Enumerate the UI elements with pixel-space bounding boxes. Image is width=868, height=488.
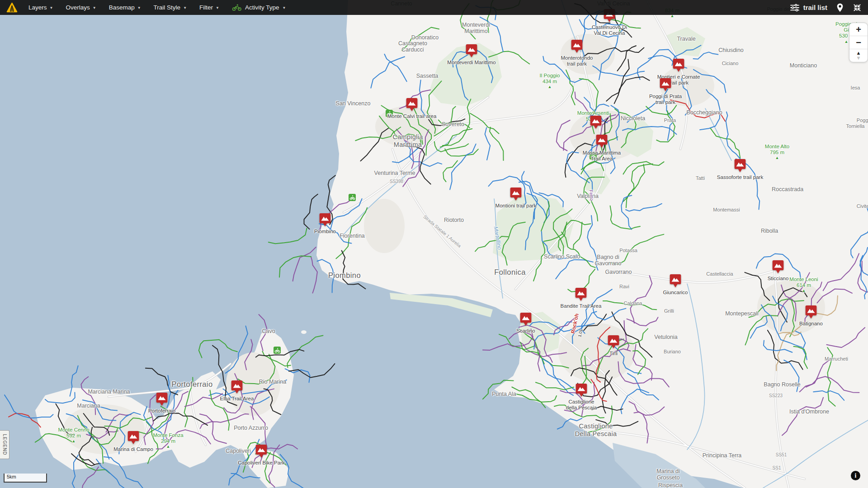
menu-trail-style[interactable]: Trail Style ▼: [154, 4, 187, 11]
sliders-icon: [790, 4, 800, 12]
trail-area-marker[interactable]: [127, 431, 139, 447]
trail-area-marker-label: Monterotondo trail park: [561, 55, 593, 67]
zoom-in-button[interactable]: +: [849, 23, 868, 36]
trail-area-marker[interactable]: [319, 213, 331, 229]
chevron-down-icon: ▼: [50, 6, 53, 10]
trail-area-marker[interactable]: [670, 274, 681, 290]
mountain-pin-icon: [231, 380, 243, 394]
trail-area-marker[interactable]: [255, 444, 267, 460]
trail-area-marker[interactable]: [231, 380, 243, 396]
info-icon: i: [855, 472, 857, 479]
mountain-pin-icon: [608, 335, 619, 349]
bike-park-icon[interactable]: [590, 152, 597, 160]
menu-filter[interactable]: Filter ▼: [199, 4, 219, 11]
scale-bar: 5km: [4, 474, 47, 483]
tilt-down-icon: ▼: [856, 56, 861, 61]
locate-button[interactable]: [836, 3, 844, 12]
trail-area-marker-label: Monte Calvi trail area: [387, 113, 437, 119]
trail-area-marker[interactable]: [156, 392, 168, 408]
trailforks-logo[interactable]: [6, 2, 18, 13]
map-stage: CannetoVal di CecinaPoggio della TraveDo…: [0, 0, 868, 488]
trail-area-marker-label: Scarlino: [516, 328, 535, 334]
bike-park-icon[interactable]: [349, 194, 356, 201]
activity-type-label: Activity Type: [245, 4, 279, 11]
trail-area-marker-label: Poggi di Prata trail park: [649, 94, 682, 105]
chevron-down-icon: ▼: [183, 6, 187, 10]
menu-basemap[interactable]: Basemap ▼: [109, 4, 141, 11]
menu-trail-style-label: Trail Style: [154, 4, 181, 11]
trail-area-marker-label: Batignano: [799, 321, 823, 327]
tilt-button[interactable]: ▲ ▼: [849, 49, 868, 62]
top-menubar: Layers ▼ Overlays ▼ Basemap ▼ Trail Styl…: [0, 0, 868, 15]
trail-area-marker[interactable]: [734, 159, 746, 175]
trail-area-marker[interactable]: [608, 335, 619, 351]
trail-area-marker-label: Monteverdi Marittimo: [447, 60, 495, 66]
info-button[interactable]: i: [851, 471, 860, 480]
trail-area-marker[interactable]: [510, 187, 522, 203]
trail-area-marker-label: Giuncarico: [663, 290, 688, 296]
mountain-pin-icon: [510, 187, 522, 202]
chevron-down-icon: ▼: [137, 6, 141, 10]
mountain-pin-icon: [575, 287, 587, 302]
mountain-pin-icon: [127, 431, 139, 445]
mountain-biker-icon: [232, 4, 242, 11]
chevron-down-icon: ▼: [216, 6, 219, 10]
mountain-pin-icon: [596, 134, 608, 149]
menu-overlays[interactable]: Overlays ▼: [66, 4, 96, 11]
mountain-pin-icon: [734, 159, 746, 173]
trail-area-marker-label: Massa Marittima Trail Area: [583, 150, 621, 162]
mountain-pin-icon: [571, 39, 583, 54]
mountain-pin-icon: [805, 305, 817, 319]
trailforks-logo-icon: [6, 2, 18, 13]
legend-tab[interactable]: LEGEND: [0, 430, 9, 459]
trail-area-marker[interactable]: [520, 312, 532, 328]
trail-area-marker[interactable]: [660, 78, 671, 94]
mountain-pin-icon: [406, 98, 418, 112]
trail-area-marker-label: Elba Trail Area: [220, 396, 254, 402]
zoom-out-button[interactable]: −: [849, 36, 868, 49]
trail-area-marker-label: Montioni trail park: [495, 203, 537, 209]
trail-area-marker[interactable]: [571, 39, 583, 56]
mountain-pin-icon: [590, 115, 602, 130]
menu-layers-label: Layers: [28, 4, 47, 11]
bike-park-icon[interactable]: [386, 110, 393, 117]
trail-list-label: trail list: [803, 4, 827, 11]
scale-bar-label: 5km: [7, 474, 16, 479]
chevron-down-icon: ▼: [93, 6, 96, 10]
activity-type-button[interactable]: Activity Type ▼: [232, 4, 286, 11]
trail-area-marker[interactable]: [805, 305, 817, 321]
mountain-pin-icon: [576, 383, 587, 398]
mountain-pin-icon: [660, 78, 671, 92]
zoom-control: + − ▲ ▼: [849, 23, 868, 62]
trail-area-marker[interactable]: [575, 287, 587, 304]
collapse-button[interactable]: [853, 3, 862, 12]
mountain-pin-icon: [156, 392, 168, 407]
mountain-pin-icon: [255, 444, 267, 459]
trail-area-marker[interactable]: [406, 98, 418, 114]
trail-area-marker[interactable]: [596, 134, 608, 150]
mountain-pin-icon: [673, 58, 684, 73]
mountain-pin-icon: [520, 312, 532, 327]
mountain-pin-icon: [466, 44, 477, 58]
trail-area-marker[interactable]: [576, 383, 587, 399]
mountain-pin-icon: [319, 213, 331, 227]
trail-area-marker[interactable]: [466, 44, 477, 60]
trail-area-marker[interactable]: [590, 115, 602, 131]
mountain-pin-icon: [670, 274, 681, 288]
menu-layers[interactable]: Layers ▼: [28, 4, 53, 11]
trail-area-marker-label: Sticciano: [768, 276, 789, 282]
trail-list-button[interactable]: trail list: [790, 4, 827, 12]
trail-area-marker-label: Bandite Trail Area: [561, 303, 602, 309]
menu-basemap-label: Basemap: [109, 4, 135, 11]
trail-area-marker[interactable]: [772, 260, 784, 276]
trail-area-marker-label: Castelnuovo Di Val Di Cecina: [592, 24, 627, 36]
trail-area-marker[interactable]: [673, 58, 684, 75]
trail-area-marker-label: Portoferraio: [148, 408, 175, 414]
menu-overlays-label: Overlays: [66, 4, 90, 11]
legend-tab-label: LEGEND: [2, 434, 7, 455]
bike-park-icon[interactable]: [274, 347, 281, 354]
trail-area-marker-label: Piombino: [314, 229, 336, 235]
compress-arrows-icon: [853, 3, 862, 12]
location-pin-icon: [836, 3, 844, 12]
trail-area-marker-label: Capoliveri Bike Park: [238, 460, 285, 466]
